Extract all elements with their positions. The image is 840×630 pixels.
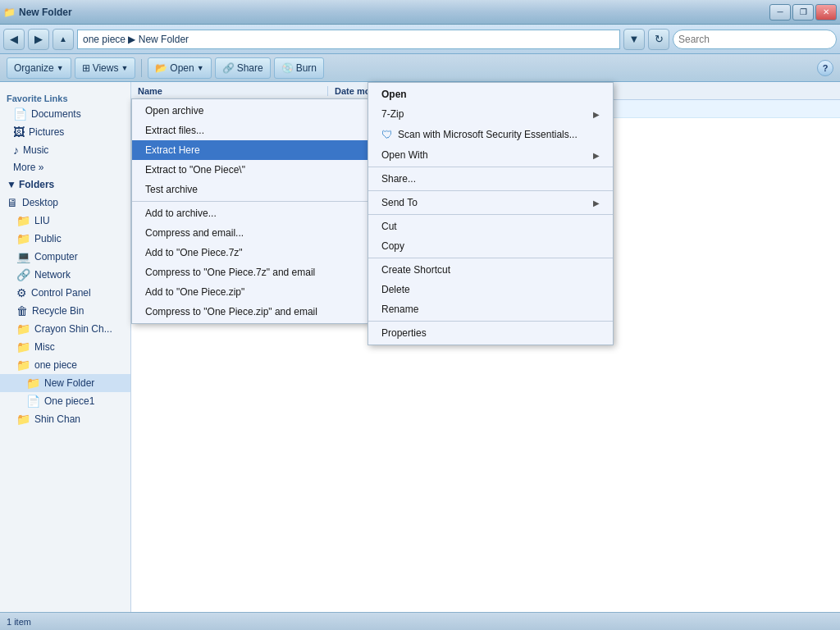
open-button[interactable]: 📂 Open ▼ — [148, 57, 211, 79]
folders-title: Folders — [19, 179, 54, 190]
title-bar-controls: ─ ❐ ✕ — [769, 4, 837, 21]
ctx-delete[interactable]: Delete — [368, 280, 613, 299]
minimize-button[interactable]: ─ — [769, 4, 791, 21]
views-button[interactable]: ⊞ Views ▼ — [75, 57, 136, 79]
sidebar-item-liu[interactable]: 📁 LIU — [0, 212, 130, 230]
ctx-send-to[interactable]: Send To ▶ — [368, 193, 613, 212]
ctx-7zip-arrow-icon: ▶ — [593, 110, 600, 119]
ctx-extract-to[interactable]: Extract to "One Piece\" — [132, 160, 368, 180]
sidebar-item-more[interactable]: More » — [0, 159, 130, 176]
sidebar-item-recycle-bin[interactable]: 🗑 Recycle Bin — [0, 302, 130, 320]
ctx-compress-7z-email[interactable]: Compress to "One Piece.7z" and email — [132, 262, 368, 282]
ctx-open-with-arrow-icon: ▶ — [593, 151, 600, 160]
share-label: Share — [237, 62, 263, 74]
column-name[interactable]: Name — [131, 86, 328, 96]
sidebar-label-shin-chan: Shin Chan — [34, 413, 80, 425]
close-button[interactable]: ✕ — [815, 4, 837, 21]
sidebar-label-misc: Misc — [34, 341, 55, 353]
sidebar-label-one-piece: one piece — [34, 359, 77, 371]
ctx-rename[interactable]: Rename — [368, 299, 613, 319]
back-button[interactable]: ◀ — [3, 29, 25, 50]
sidebar-item-documents[interactable]: 📄 Documents — [0, 105, 130, 123]
ctx-right-sep-1 — [368, 167, 613, 167]
share-icon: 🔗 — [222, 62, 235, 74]
sidebar-item-misc[interactable]: 📁 Misc — [0, 338, 130, 356]
search-input[interactable] — [673, 30, 837, 49]
organize-label: Organize — [14, 62, 54, 74]
ctx-test-archive[interactable]: Test archive — [132, 180, 368, 199]
title-bar-title: 📁 New Folder — [3, 7, 72, 18]
ctx-add-to-archive[interactable]: Add to archive... — [132, 203, 368, 223]
liu-folder-icon: 📁 — [16, 214, 30, 227]
ctx-cut[interactable]: Cut — [368, 217, 613, 236]
sidebar-item-computer[interactable]: 💻 Computer — [0, 248, 130, 266]
ctx-separator-1 — [132, 201, 368, 202]
sidebar-item-public[interactable]: 📁 Public — [0, 230, 130, 248]
toolbar-separator-1 — [141, 59, 142, 77]
share-button[interactable]: 🔗 Share — [215, 57, 271, 79]
sidebar-item-new-folder[interactable]: 📁 New Folder — [0, 374, 130, 392]
ctx-open-archive[interactable]: Open archive — [132, 101, 368, 121]
documents-icon: 📄 — [13, 107, 27, 121]
burn-label: Burn — [296, 62, 317, 74]
refresh-button[interactable]: ↻ — [648, 29, 669, 50]
ctx-scan-label: Scan with Microsoft Security Essentials.… — [398, 129, 578, 140]
ctx-7zip[interactable]: 7-Zip ▶ — [368, 104, 613, 124]
sidebar-label-control-panel: Control Panel — [31, 287, 91, 299]
organize-button[interactable]: Organize ▼ — [7, 57, 71, 79]
computer-icon: 💻 — [16, 250, 30, 263]
open-label: Open — [170, 62, 194, 74]
sidebar-item-one-piece1[interactable]: 📄 One piece1 — [0, 392, 130, 410]
ctx-scan[interactable]: 🛡 Scan with Microsoft Security Essential… — [368, 124, 613, 145]
ctx-send-to-arrow-icon: ▶ — [593, 199, 600, 208]
address-input[interactable] — [77, 30, 620, 49]
ctx-create-shortcut[interactable]: Create Shortcut — [368, 260, 613, 280]
sidebar-item-control-panel[interactable]: ⚙ Control Panel — [0, 284, 130, 302]
forward-button[interactable]: ▶ — [28, 29, 49, 50]
sidebar-item-music[interactable]: ♪ Music — [0, 141, 130, 159]
folders-section-header[interactable]: ▼ Folders — [0, 176, 130, 194]
sidebar-label-music: Music — [23, 144, 48, 156]
favorite-links-title: Favorite Links — [0, 89, 130, 105]
sidebar-item-desktop[interactable]: 🖥 Desktop — [0, 194, 130, 212]
sidebar-label-public: Public — [34, 233, 62, 244]
ctx-right-sep-4 — [368, 258, 613, 258]
help-button[interactable]: ? — [817, 60, 833, 76]
sidebar-item-network[interactable]: 🔗 Network — [0, 266, 130, 284]
recent-locations-button[interactable]: ▼ — [623, 29, 645, 50]
status-text: 1 item — [7, 617, 31, 627]
ctx-7zip-label: 7-Zip — [381, 108, 404, 120]
ctx-extract-here[interactable]: Extract Here — [132, 140, 368, 160]
sidebar-label-documents: Documents — [31, 108, 81, 120]
ctx-compress-zip-email[interactable]: Compress to "One Piece.zip" and email — [132, 302, 368, 322]
views-label: Views — [93, 62, 119, 74]
recycle-bin-icon: 🗑 — [16, 304, 28, 317]
ctx-open-with-label: Open With — [381, 149, 428, 161]
ctx-add-to-zip[interactable]: Add to "One Piece.zip" — [132, 282, 368, 302]
ctx-share[interactable]: Share... — [368, 169, 613, 189]
ctx-open-with[interactable]: Open With ▶ — [368, 145, 613, 165]
ctx-extract-files[interactable]: Extract files... — [132, 121, 368, 140]
music-icon: ♪ — [13, 144, 19, 157]
sidebar-item-shin-chan[interactable]: 📁 Shin Chan — [0, 410, 130, 428]
burn-button[interactable]: 💿 Burn — [274, 57, 324, 79]
sidebar-label-pictures: Pictures — [29, 126, 64, 138]
new-folder-icon: 📁 — [26, 377, 40, 390]
ctx-open[interactable]: Open — [368, 84, 613, 104]
views-arrow-icon: ▼ — [121, 64, 128, 72]
ctx-properties[interactable]: Properties — [368, 323, 613, 343]
sidebar-label-liu: LIU — [34, 215, 50, 226]
ctx-compress-email[interactable]: Compress and email... — [132, 223, 368, 243]
ctx-add-to-7z[interactable]: Add to "One Piece.7z" — [132, 243, 368, 262]
one-piece1-icon: 📄 — [26, 395, 40, 408]
up-button[interactable]: ▲ — [52, 29, 74, 50]
restore-button[interactable]: ❐ — [792, 4, 814, 21]
sidebar-item-one-piece[interactable]: 📁 one piece — [0, 356, 130, 374]
sidebar-label-network: Network — [34, 269, 71, 281]
folders-arrow-icon: ▼ — [7, 179, 16, 190]
network-icon: 🔗 — [16, 268, 30, 281]
ctx-copy[interactable]: Copy — [368, 236, 613, 256]
sidebar-item-crayon-shin[interactable]: 📁 Crayon Shin Ch... — [0, 320, 130, 338]
sidebar-item-pictures[interactable]: 🖼 Pictures — [0, 123, 130, 141]
one-piece-folder-icon: 📁 — [16, 358, 30, 372]
